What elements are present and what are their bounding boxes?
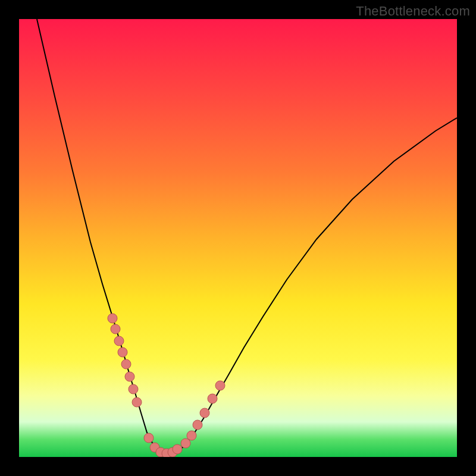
bottleneck-curve — [19, 19, 457, 457]
curve-point — [144, 433, 154, 443]
watermark-text: TheBottleneck.com — [356, 4, 470, 19]
curve-point — [118, 347, 127, 357]
curve-point — [200, 408, 209, 418]
curve-point — [215, 381, 225, 390]
curve-point — [129, 384, 138, 394]
curve-point — [114, 336, 124, 346]
curve-point — [181, 439, 190, 448]
curve-point — [187, 431, 196, 440]
chart-frame: TheBottleneck.com — [0, 0, 476, 476]
curve-point — [125, 372, 134, 381]
curve-point — [121, 359, 131, 369]
curve-point — [108, 314, 117, 323]
curve-point — [208, 394, 217, 403]
curve-point — [132, 397, 142, 407]
curve-points — [108, 314, 225, 457]
plot-area — [19, 19, 457, 457]
curve-point — [111, 324, 120, 334]
curve-point — [193, 420, 202, 430]
curve-path — [37, 19, 457, 453]
curve-point — [173, 444, 182, 454]
